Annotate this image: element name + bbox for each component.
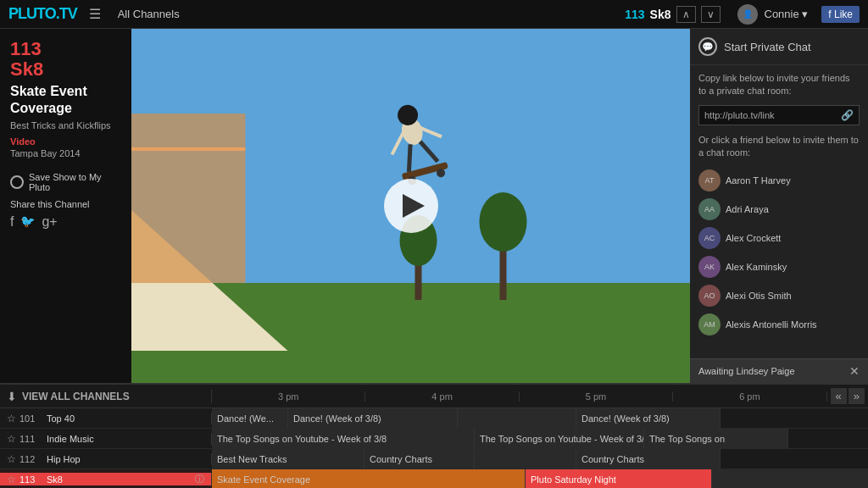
- channel-title: Skate Event Coverage: [10, 83, 121, 115]
- friend-name: Alex Crockett: [726, 233, 781, 243]
- guide-nav: « »: [827, 388, 868, 404]
- time-slot-2: 4 pm: [365, 391, 519, 402]
- time-slot-1: 3 pm: [212, 391, 365, 402]
- program-block[interactable]: [712, 469, 868, 488]
- program-block[interactable]: [475, 449, 576, 469]
- program-block[interactable]: Dance! (Week of 3/8): [576, 408, 721, 428]
- channel-down-button[interactable]: ∨: [701, 6, 721, 23]
- program-block[interactable]: Country Charts: [364, 449, 475, 469]
- chat-link-row: http://pluto.tv/link 🔗: [698, 105, 860, 125]
- chat-header: 💬 Start Private Chat: [690, 29, 868, 65]
- user-name[interactable]: Connie ▾: [765, 8, 809, 20]
- channel-code: Sk8: [10, 59, 121, 80]
- awaiting-text: Awaiting Lindsey Paige: [698, 366, 795, 376]
- friend-item[interactable]: AC Alex Crockett: [698, 225, 860, 252]
- program-block[interactable]: Country Charts: [576, 449, 721, 469]
- program-block[interactable]: Skate Event Coverage: [212, 469, 526, 488]
- awaiting-close-button[interactable]: ✕: [849, 364, 860, 378]
- favorite-icon[interactable]: ☆: [7, 474, 16, 485]
- guide-channel-col: ☆ 112 Hip Hop: [0, 453, 212, 465]
- program-block[interactable]: The Top Songs on Youtube - Week of 3/8: [475, 429, 644, 448]
- friend-item[interactable]: AO Alexi Otis Smith: [698, 282, 860, 309]
- save-show-button[interactable]: Save Show to My Pluto: [10, 172, 121, 192]
- time-slot-4: 6 pm: [673, 391, 826, 402]
- video-player[interactable]: [131, 29, 690, 383]
- info-icon[interactable]: ⓘ: [195, 473, 204, 485]
- logo-text: PLUTO: [8, 5, 56, 22]
- guide-row: ☆ 112 Hip Hop Best New Tracks Country Ch…: [0, 449, 868, 469]
- chat-description: Copy link below to invite your friends t…: [698, 72, 860, 98]
- active-channel-col: ☆ 113 Sk8 ⓘ: [0, 473, 212, 485]
- timeline-header: 3 pm 4 pm 5 pm 6 pm: [212, 391, 827, 402]
- program-block[interactable]: The Top Songs on Youtube - Week of 3/8: [212, 429, 475, 448]
- friend-avatar: AT: [698, 169, 721, 191]
- download-icon[interactable]: ⬇: [7, 390, 17, 403]
- guide-rows: ☆ 101 Top 40 Dance! (We... Dance! (Week …: [0, 408, 868, 488]
- friend-list: AT Aaron T Harvey AA Adri Araya AC Alex …: [698, 167, 860, 338]
- channel-type: Video: [10, 136, 121, 147]
- friend-item[interactable]: AM Alexis Antonelli Morris: [698, 311, 860, 338]
- guide-channel-col: ☆ 101 Top 40: [0, 413, 212, 424]
- favorite-icon[interactable]: ☆: [7, 413, 16, 424]
- friend-name: Alexis Antonelli Morris: [726, 319, 817, 330]
- view-all-channels-button[interactable]: VIEW ALL CHANNELS: [22, 391, 130, 402]
- facebook-button[interactable]: f Like: [821, 6, 860, 23]
- friend-name: Aaron T Harvey: [726, 175, 791, 186]
- friend-item[interactable]: AT Aaron T Harvey: [698, 167, 860, 194]
- guide-row: ☆ 101 Top 40 Dance! (We... Dance! (Week …: [0, 408, 868, 429]
- chat-link-text: http://pluto.tv/link: [704, 110, 837, 120]
- main-content: 113 Sk8 Skate Event Coverage Best Tricks…: [0, 29, 868, 383]
- guide-row: ☆ 111 Indie Music The Top Songs on Youtu…: [0, 429, 868, 449]
- guide-left-col: ⬇ VIEW ALL CHANNELS: [0, 390, 212, 403]
- play-button[interactable]: [384, 179, 438, 233]
- guide-prev-button[interactable]: «: [831, 388, 847, 404]
- friend-item[interactable]: AK Alex Kaminsky: [698, 253, 860, 280]
- channel-up-button[interactable]: ∧: [676, 6, 696, 23]
- channel-name: Indie Music: [47, 434, 204, 444]
- guide-programs: Best New Tracks Country Charts Country C…: [212, 449, 868, 469]
- favorite-icon[interactable]: ☆: [7, 453, 16, 465]
- awaiting-bar: Awaiting Lindsey Paige ✕: [690, 358, 868, 383]
- chat-body: Copy link below to invite your friends t…: [690, 65, 868, 358]
- chat-panel: 💬 Start Private Chat Copy link below to …: [690, 29, 868, 383]
- nav-channel-num: 113: [625, 8, 644, 21]
- chat-invite-description: Or click a friend below to invite them t…: [698, 134, 860, 160]
- left-sidebar: 113 Sk8 Skate Event Coverage Best Tricks…: [0, 29, 131, 383]
- program-block[interactable]: Best New Tracks: [212, 449, 364, 469]
- all-channels-button[interactable]: All Channels: [111, 4, 186, 24]
- facebook-icon[interactable]: f: [10, 214, 14, 230]
- program-block[interactable]: The Top Songs on: [644, 429, 788, 448]
- time-slot-3: 5 pm: [520, 391, 673, 402]
- chat-title: Start Private Chat: [724, 41, 811, 53]
- logo: PLUTO.TV: [8, 5, 77, 23]
- friend-name: Adri Araya: [726, 204, 769, 214]
- save-show-text: Save Show to My Pluto: [29, 172, 121, 192]
- channel-name: Sk8: [47, 474, 192, 485]
- channel-display: 113 Sk8 ∧ ∨: [625, 6, 720, 23]
- friend-avatar: AO: [698, 285, 721, 307]
- nav-channel-code: Sk8: [650, 8, 671, 21]
- guide-programs: The Top Songs on Youtube - Week of 3/8 T…: [212, 429, 868, 448]
- play-icon: [403, 194, 425, 218]
- channel-number: 113: [10, 39, 121, 59]
- program-block[interactable]: Dance! (We...: [212, 408, 288, 428]
- svg-rect-16: [131, 114, 246, 283]
- active-guide-row: ☆ 113 Sk8 ⓘ Skate Event Coverage Pluto S…: [0, 469, 868, 488]
- share-label: Share this Channel: [10, 199, 121, 209]
- program-block[interactable]: [458, 408, 576, 428]
- hamburger-icon[interactable]: ☰: [89, 6, 101, 22]
- guide-header: ⬇ VIEW ALL CHANNELS 3 pm 4 pm 5 pm 6 pm …: [0, 385, 868, 408]
- twitter-icon[interactable]: 🐦: [20, 214, 35, 230]
- program-block[interactable]: Dance! (Week of 3/8): [288, 408, 458, 428]
- copy-link-icon[interactable]: 🔗: [841, 109, 854, 121]
- friend-name: Alexi Otis Smith: [726, 291, 792, 301]
- googleplus-icon[interactable]: g+: [42, 214, 57, 230]
- logo-dot: .TV: [56, 5, 77, 22]
- channel-description: Best Tricks and Kickflips: [10, 119, 121, 131]
- friend-item[interactable]: AA Adri Araya: [698, 196, 860, 223]
- channel-number: 112: [19, 454, 43, 464]
- favorite-icon[interactable]: ☆: [7, 433, 16, 445]
- program-block[interactable]: Pluto Saturday Night: [526, 469, 712, 488]
- guide-next-button[interactable]: »: [849, 388, 865, 404]
- channel-name: Hip Hop: [47, 454, 204, 464]
